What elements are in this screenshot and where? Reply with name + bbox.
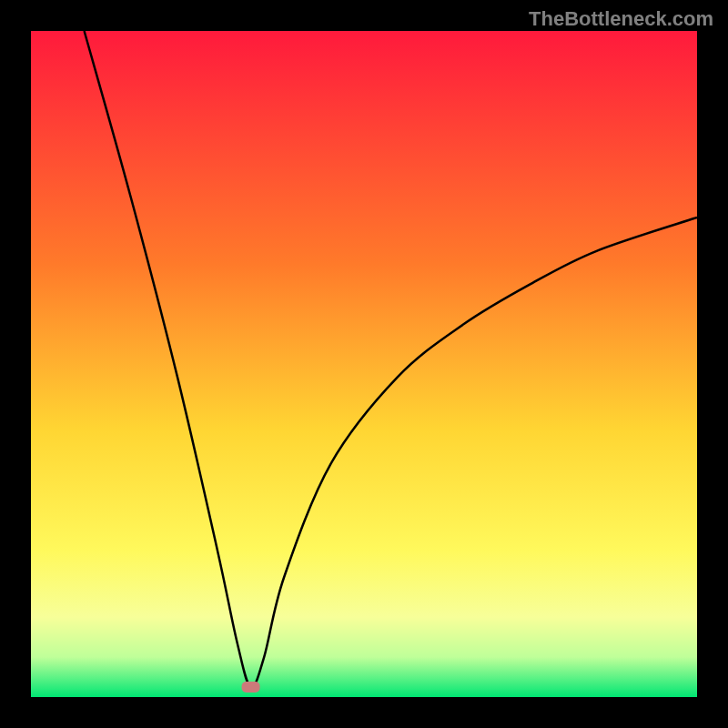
minimum-marker xyxy=(242,682,260,693)
axis-frame-left xyxy=(0,0,31,728)
bottleneck-chart xyxy=(0,0,728,728)
axis-frame-bottom xyxy=(0,697,728,728)
watermark-text: TheBottleneck.com xyxy=(529,7,713,31)
axis-frame-right xyxy=(697,0,728,728)
plot-background xyxy=(31,31,697,697)
